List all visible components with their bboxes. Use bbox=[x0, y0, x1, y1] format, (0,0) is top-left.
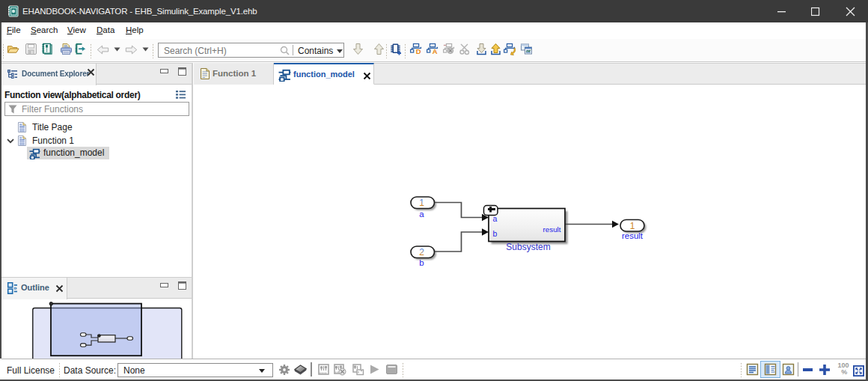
svg-text:2: 2 bbox=[419, 247, 424, 257]
svg-text:1: 1 bbox=[630, 221, 635, 231]
svg-text:a: a bbox=[419, 210, 424, 219]
svg-text:D: D bbox=[416, 47, 421, 55]
svg-text:Subsystem: Subsystem bbox=[506, 242, 550, 252]
svg-text:result: result bbox=[543, 225, 561, 234]
svg-text:result: result bbox=[622, 231, 644, 240]
svg-text:1: 1 bbox=[419, 198, 424, 208]
svg-text:b: b bbox=[493, 229, 498, 238]
svg-text:a: a bbox=[493, 214, 498, 223]
svg-text:b: b bbox=[419, 258, 424, 267]
svg-text:A: A bbox=[433, 47, 438, 55]
